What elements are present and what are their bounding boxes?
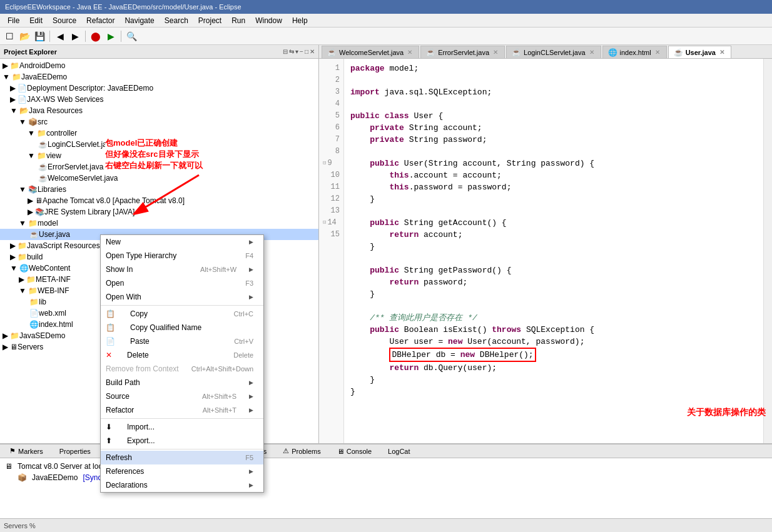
toolbar-search[interactable]: 🔍 bbox=[124, 29, 138, 43]
ctx-new[interactable]: New bbox=[101, 235, 263, 249]
project-icon: 📁 bbox=[10, 61, 19, 70]
minimize-panel-icon[interactable]: − bbox=[300, 48, 303, 55]
model-icon: 📁 bbox=[28, 219, 38, 228]
editor-scrollbar[interactable] bbox=[763, 59, 772, 443]
ctx-source[interactable]: Source Alt+Shift+S bbox=[101, 389, 263, 403]
ctx-open-shortcut: F3 bbox=[245, 279, 253, 287]
code-line-2 bbox=[350, 74, 757, 86]
ctx-open-with[interactable]: Open With bbox=[101, 290, 263, 304]
controller-icon: 📁 bbox=[37, 129, 46, 138]
menu-refactor[interactable]: Refactor bbox=[81, 15, 119, 26]
tree-item-view[interactable]: ▼ 📁 view bbox=[0, 150, 318, 161]
tab-indexhtml[interactable]: 🌐 index.html ✕ bbox=[602, 46, 667, 58]
toolbar-save[interactable]: 💾 bbox=[33, 29, 46, 43]
bottom-tab-problems[interactable]: ⚠ Problems bbox=[276, 445, 327, 458]
tree-label: JavaEEDemo bbox=[21, 73, 67, 81]
tree-item-androiddemo[interactable]: ▶ 📁 AndroidDemo bbox=[0, 60, 318, 71]
menu-project[interactable]: Project bbox=[193, 15, 226, 26]
tree-item-errorservlet[interactable]: ☕ ErrorServlet.java bbox=[0, 161, 318, 173]
bottom-tab-markers[interactable]: ⚑ Markers bbox=[3, 445, 50, 458]
ctx-export[interactable]: ⬆ Export... bbox=[101, 434, 263, 448]
tree-label: User.java bbox=[39, 230, 70, 239]
tab-close-welcomeservlet[interactable]: ✕ bbox=[407, 49, 412, 56]
bottom-tab-logcat[interactable]: LogCat bbox=[381, 445, 417, 458]
tree-item-model[interactable]: ▼ 📁 model bbox=[0, 218, 318, 229]
menu-source[interactable]: Source bbox=[48, 15, 81, 26]
logcat-label: LogCat bbox=[388, 448, 410, 455]
ctx-refresh[interactable]: Refresh F5 bbox=[101, 451, 263, 464]
toolbar-run[interactable]: ▶ bbox=[104, 29, 118, 43]
ctx-open-type-hierarchy[interactable]: Open Type Hierarchy F4 bbox=[101, 249, 263, 263]
tab-close-login[interactable]: ✕ bbox=[589, 49, 594, 56]
toolbar-open[interactable]: 📂 bbox=[18, 29, 31, 43]
tree-label: JavaSEDemo bbox=[19, 331, 65, 340]
tab-close-user[interactable]: ✕ bbox=[719, 49, 724, 56]
tab-errorservlet[interactable]: ☕ ErrorServlet.java ✕ bbox=[420, 46, 505, 58]
tree-label: lib bbox=[39, 298, 46, 306]
tab-close-index[interactable]: ✕ bbox=[655, 49, 660, 56]
ctx-showin-label: Show In bbox=[106, 265, 133, 274]
tree-item-tomcat[interactable]: ▶ 🖥 Apache Tomcat v8.0 [Apache Tomcat v8… bbox=[0, 195, 318, 206]
tab-label: User.java bbox=[686, 49, 716, 56]
menu-window[interactable]: Window bbox=[250, 15, 287, 26]
tab-loginclservlet[interactable]: ☕ LoginCLServlet.java ✕ bbox=[506, 46, 601, 58]
tree-label: Servers bbox=[18, 343, 43, 351]
close-panel-icon[interactable]: ✕ bbox=[310, 48, 315, 55]
toolbar-debug[interactable]: ⬤ bbox=[89, 29, 103, 43]
ctx-paste-icon: 📄 bbox=[106, 337, 115, 346]
maximize-panel-icon[interactable]: □ bbox=[305, 48, 308, 55]
tree-item-libraries[interactable]: ▼ 📚 Libraries bbox=[0, 184, 318, 195]
tree-item-javaeedemo[interactable]: ▼ 📁 JavaEEDemo bbox=[0, 71, 318, 83]
menu-search[interactable]: Search bbox=[160, 15, 193, 26]
tree-item-welcomeservlet[interactable]: ☕ WelcomeServlet.java bbox=[0, 173, 318, 184]
menu-edit[interactable]: Edit bbox=[24, 15, 48, 26]
ctx-paste[interactable]: 📄 Paste Ctrl+V bbox=[101, 334, 263, 348]
code-line-1: package model; bbox=[350, 63, 757, 74]
tab-welcomeservlet[interactable]: ☕ WelcomeServlet.java ✕ bbox=[322, 46, 419, 58]
toolbar-new[interactable]: ☐ bbox=[3, 29, 16, 43]
tab-label: index.html bbox=[620, 49, 651, 56]
ctx-open[interactable]: Open F3 bbox=[101, 276, 263, 290]
tree-item-loginclservlet[interactable]: ☕ LoginCLServlet.java bbox=[0, 139, 318, 150]
tree-item-jaxws[interactable]: ▶ 📄 JAX-WS Web Services bbox=[0, 94, 318, 105]
code-line-6: private String account; bbox=[350, 122, 757, 134]
toolbar-forward[interactable]: ▶ bbox=[68, 29, 82, 43]
ctx-source-shortcut: Alt+Shift+S bbox=[202, 393, 236, 400]
bottom-tab-console[interactable]: 🖥 Console bbox=[330, 445, 378, 458]
code-editor[interactable]: 1 2 3 4 5 6 7 8 ⊟9 10 11 12 13 ⊟14 15 bbox=[319, 59, 772, 443]
menu-file[interactable]: File bbox=[3, 15, 24, 26]
bottom-tab-properties[interactable]: Properties bbox=[53, 445, 98, 458]
ctx-import[interactable]: ⬇ Import... bbox=[101, 420, 263, 434]
ctx-copy[interactable]: 📋 Copy Ctrl+C bbox=[101, 307, 263, 321]
ctx-copy-qualified[interactable]: 📋 Copy Qualified Name bbox=[101, 321, 263, 334]
tab-userjava[interactable]: ☕ User.java ✕ bbox=[668, 46, 731, 58]
ctx-references[interactable]: References bbox=[101, 464, 263, 478]
ctx-remove-context[interactable]: Remove from Context Ctrl+Alt+Shift+Down bbox=[101, 362, 263, 376]
menu-navigate[interactable]: Navigate bbox=[119, 15, 159, 26]
link-with-editor-icon[interactable]: ⇆ bbox=[289, 48, 294, 55]
toolbar-back[interactable]: ◀ bbox=[53, 29, 67, 43]
collapse-all-icon[interactable]: ⊟ bbox=[283, 48, 288, 55]
ctx-build-path[interactable]: Build Path bbox=[101, 376, 263, 389]
tree-item-src[interactable]: ▼ 📦 src bbox=[0, 116, 318, 128]
app-icon: 📦 bbox=[18, 473, 27, 482]
tree-item-jre[interactable]: ▶ 📚 JRE System Library [JAVA] bbox=[0, 206, 318, 218]
expand-icon: ▼ bbox=[19, 219, 26, 228]
editor-tabs: ☕ WelcomeServlet.java ✕ ☕ ErrorServlet.j… bbox=[319, 45, 772, 59]
tree-item-controller[interactable]: ▼ 📁 controller bbox=[0, 128, 318, 139]
ctx-delete[interactable]: ✕ Delete Delete bbox=[101, 348, 263, 362]
ctx-declarations[interactable]: Declarations bbox=[101, 478, 263, 492]
tree-label: controller bbox=[46, 129, 77, 138]
tree-label: web.xml bbox=[39, 309, 66, 318]
ctx-show-in[interactable]: Show In Alt+Shift+W bbox=[101, 263, 263, 276]
ctx-refactor[interactable]: Refactor Alt+Shift+T bbox=[101, 403, 263, 417]
tree-item-deployment[interactable]: ▶ 📄 Deployment Descriptor: JavaEEDemo bbox=[0, 83, 318, 94]
menu-help[interactable]: Help bbox=[287, 15, 313, 26]
code-line-3: import java.sql.SQLException; bbox=[350, 86, 757, 98]
panel-menu-icon[interactable]: ▾ bbox=[295, 48, 298, 55]
code-line-12: } bbox=[350, 193, 757, 205]
tree-item-java-resources[interactable]: ▼ 📂 Java Resources bbox=[0, 105, 318, 116]
menu-run[interactable]: Run bbox=[226, 15, 250, 26]
tab-label: ErrorServlet.java bbox=[438, 49, 489, 56]
tab-close-errorservlet[interactable]: ✕ bbox=[493, 49, 498, 56]
